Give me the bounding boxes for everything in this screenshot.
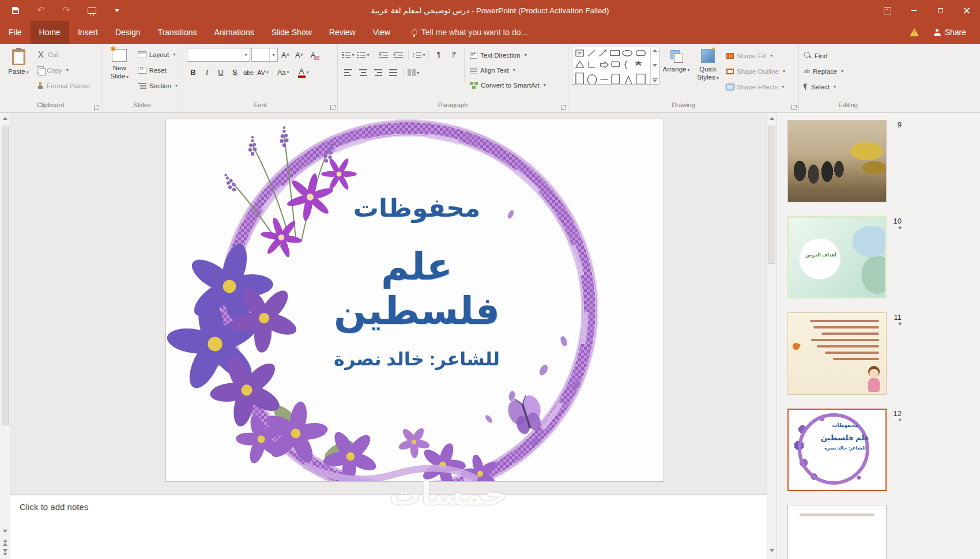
rtl-direction-button[interactable]: ¶ xyxy=(447,48,461,61)
change-case-button[interactable]: Aa xyxy=(276,66,291,79)
arrange-button[interactable]: Arrange xyxy=(661,47,691,99)
share-button[interactable]: Share xyxy=(934,28,966,37)
drawing-dialog-launcher[interactable] xyxy=(791,105,797,110)
restore-button[interactable] xyxy=(927,0,953,21)
increase-indent-button[interactable] xyxy=(391,48,405,61)
tellme-box[interactable]: Tell me what you want to do... xyxy=(412,21,527,44)
shapes-icons xyxy=(572,47,650,84)
find-button[interactable]: Find xyxy=(802,49,845,62)
font-size-combo[interactable] xyxy=(251,48,278,62)
slide-10-thumbnail[interactable]: أهداف الدرس xyxy=(787,216,887,299)
layout-button[interactable]: Layout xyxy=(136,48,179,61)
ribbon-display-options-button[interactable] xyxy=(874,0,900,21)
slide-10-objectives-label: أهداف الدرس xyxy=(802,252,839,258)
section-button[interactable]: Section xyxy=(136,79,179,92)
paste-button[interactable]: Paste xyxy=(3,47,33,99)
scroll-down-button[interactable] xyxy=(0,526,10,536)
new-slide-button[interactable]: New Slide xyxy=(105,47,134,99)
tab-home[interactable]: Home xyxy=(31,21,69,44)
tab-design[interactable]: Design xyxy=(107,21,149,44)
clipboard-dialog-launcher[interactable] xyxy=(94,105,99,110)
increase-font-button[interactable]: A xyxy=(279,48,292,62)
align-right-button[interactable] xyxy=(371,66,385,79)
panel-scroll-down-button[interactable] xyxy=(767,545,777,556)
panel-scrollbar-thumb[interactable] xyxy=(768,126,775,264)
slide-canvas[interactable]: محفوظات علم فلسطين للشاعر: خالد نصرة xyxy=(165,119,664,482)
next-slide-button[interactable] xyxy=(3,549,7,556)
tab-insert[interactable]: Insert xyxy=(69,21,107,44)
slide-12-thumbnail-selected[interactable]: محفوظات علم فلسطين للشاعر: خالد نصرة xyxy=(787,409,887,491)
slide-subtitle: للشاعر: خالد نصرة xyxy=(299,348,535,370)
decrease-indent-button[interactable] xyxy=(376,48,390,61)
section-icon xyxy=(138,82,146,89)
tab-view[interactable]: View xyxy=(364,21,399,44)
shape-effects-button[interactable]: Shape Effects xyxy=(725,80,787,93)
format-painter-button[interactable]: Format Painter xyxy=(35,79,92,92)
redo-button[interactable] xyxy=(60,4,73,17)
cut-button[interactable]: Cut xyxy=(35,48,92,61)
drawing-group-label: Drawing xyxy=(568,101,798,112)
character-spacing-button[interactable]: AV xyxy=(256,66,270,79)
bullets-button[interactable] xyxy=(341,48,355,61)
start-slideshow-button[interactable] xyxy=(85,4,98,17)
shape-outline-button[interactable]: Shape Outline xyxy=(725,65,787,78)
shapes-scroll-down[interactable] xyxy=(653,64,657,67)
italic-button[interactable]: I xyxy=(201,66,213,79)
quick-styles-button[interactable]: Quick Styles xyxy=(693,47,723,99)
reset-button[interactable]: Reset xyxy=(136,63,179,77)
editor-vertical-scrollbar[interactable] xyxy=(0,113,10,559)
convert-smartart-button[interactable]: Convert to SmartArt xyxy=(468,78,548,92)
tab-review[interactable]: Review xyxy=(321,21,364,44)
shape-gallery[interactable] xyxy=(572,47,659,85)
tab-animations[interactable]: Animations xyxy=(205,21,262,44)
minimize-button[interactable] xyxy=(900,0,927,21)
close-button[interactable] xyxy=(953,0,980,21)
slide-13-thumbnail[interactable] xyxy=(787,505,887,559)
paragraph-dialog-launcher[interactable] xyxy=(561,105,566,110)
slide-11-thumbnail[interactable] xyxy=(787,312,887,395)
notes-pane[interactable]: Click to add notes xyxy=(10,494,767,559)
paragraph-group: ¶ ¶ Text Direction Align Text xyxy=(338,44,568,112)
panel-scroll-up-button[interactable] xyxy=(767,113,777,123)
text-shadow-button[interactable]: S xyxy=(228,66,241,79)
shapes-more-button[interactable] xyxy=(653,78,658,82)
decrease-font-button[interactable]: A xyxy=(293,48,306,62)
panel-vertical-scrollbar[interactable] xyxy=(767,113,777,559)
shape-fill-button[interactable]: Shape Fill xyxy=(725,49,787,62)
justify-button[interactable] xyxy=(386,66,400,79)
bold-button[interactable]: B xyxy=(187,66,199,79)
replace-button[interactable]: abReplace xyxy=(802,65,845,78)
ltr-direction-button[interactable]: ¶ xyxy=(432,48,446,61)
shapes-scroll-up[interactable] xyxy=(653,49,657,52)
numbering-button[interactable] xyxy=(356,48,370,61)
tab-transitions[interactable]: Transitions xyxy=(149,21,206,44)
slideshow-icon xyxy=(88,7,96,14)
font-color-button[interactable]: A xyxy=(297,66,310,79)
slide-9-thumbnail[interactable] xyxy=(787,120,887,202)
tab-slideshow[interactable]: Slide Show xyxy=(263,21,321,44)
underline-button[interactable]: U xyxy=(214,66,227,79)
clear-formatting-button[interactable]: A xyxy=(307,48,319,62)
customize-qat-button[interactable] xyxy=(111,4,123,17)
tab-file[interactable]: File xyxy=(0,21,31,44)
undo-button[interactable] xyxy=(35,4,47,17)
activation-warning-icon[interactable] xyxy=(910,28,919,36)
scrollbar-thumb[interactable] xyxy=(2,126,9,425)
save-button[interactable] xyxy=(9,4,22,17)
font-dialog-launcher[interactable] xyxy=(330,105,336,110)
align-left-button[interactable] xyxy=(341,66,355,79)
slide-title-textbox[interactable]: محفوظات علم فلسطين للشاعر: خالد نصرة xyxy=(299,193,535,370)
copy-button[interactable]: Copy xyxy=(35,63,92,77)
strikethrough-button[interactable]: abc xyxy=(242,66,255,79)
font-name-combo[interactable] xyxy=(187,48,250,62)
scroll-up-button[interactable] xyxy=(0,113,10,123)
select-button[interactable]: Select xyxy=(802,80,845,93)
align-center-button[interactable] xyxy=(356,66,370,79)
align-text-button[interactable]: Align Text xyxy=(468,63,548,77)
slide-editor-area[interactable]: محفوظات علم فلسطين للشاعر: خالد نصرة xyxy=(10,113,767,494)
text-direction-button[interactable]: Text Direction xyxy=(468,48,548,62)
columns-button[interactable] xyxy=(406,66,420,79)
chevron-down-icon xyxy=(115,9,119,12)
previous-slide-button[interactable] xyxy=(3,539,7,546)
line-spacing-button[interactable] xyxy=(412,48,425,61)
